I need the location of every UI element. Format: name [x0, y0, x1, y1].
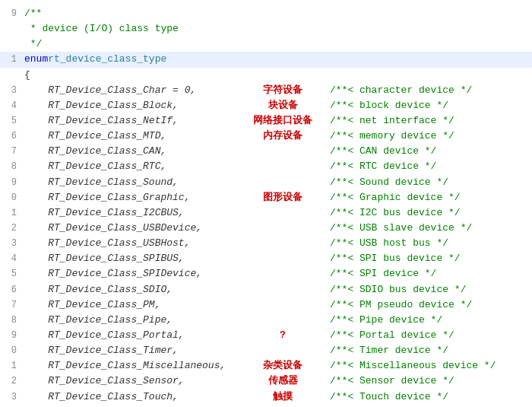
line-number: 5: [3, 267, 24, 281]
line-number: 1: [3, 206, 24, 221]
code-text: RT_Device_Class_Touch, 触摸 /**< Touch dev…: [24, 390, 529, 405]
code-line: 5 RT_Device_Class_NetIf, 网络接口设备 /**< net…: [0, 113, 532, 129]
code-text: RT_Device_Class_Graphic, 图形设备 /**< Graph…: [24, 190, 529, 205]
code-text: RT_Device_Class_NetIf, 网络接口设备 /**< net i…: [24, 113, 529, 129]
code-text: RT_Device_Class_PHY, /**< PHY device */: [24, 405, 529, 407]
code-text: RT_Device_Class_Sensor, 传感器 /**< Sensor …: [24, 374, 529, 389]
code-text: RT_Device_Class_SPIBUS, /**< SPI bus dev…: [24, 251, 529, 266]
code-text: RT_Device_Class_MTD, 内存设备 /**< memory de…: [24, 129, 529, 144]
code-line: 0 RT_Device_Class_Graphic, 图形设备 /**< Gra…: [0, 190, 532, 205]
code-line: 8 RT_Device_Class_Pipe, /**< Pipe device…: [0, 313, 532, 328]
code-text: RT_Device_Class_RTC, /**< RTC device */: [24, 159, 529, 174]
line-number: 3: [3, 84, 24, 98]
code-line: 6 RT_Device_Class_MTD, 内存设备 /**< memory …: [0, 129, 532, 144]
code-text: * device (I/O) class type: [24, 21, 529, 37]
line-number: 9: [3, 329, 24, 343]
code-line: 4 RT_Device_Class_SPIBUS, /**< SPI bus d…: [0, 251, 532, 266]
line-number: 3: [3, 237, 24, 251]
line-number: 2: [3, 374, 24, 389]
code-text: RT_Device_Class_SPIDevice, /**< SPI devi…: [24, 266, 529, 281]
line-number: 3: [3, 390, 24, 405]
code-line: 9 /**: [0, 6, 532, 21]
code-line: 8 RT_Device_Class_RTC, /**< RTC device *…: [0, 159, 532, 174]
code-line: 3 RT_Device_Class_USBHost, /**< USB host…: [0, 236, 532, 251]
code-text: RT_Device_Class_SDIO, /**< SDIO bus devi…: [24, 282, 529, 297]
code-line: 3 RT_Device_Class_Char = 0, 字符设备 /**< ch…: [0, 83, 532, 98]
code-line: 6 RT_Device_Class_SDIO, /**< SDIO bus de…: [0, 282, 532, 297]
line-number: 7: [3, 145, 24, 159]
line-number: 8: [3, 313, 24, 328]
code-line: 2 RT_Device_Class_Sensor, 传感器 /**< Senso…: [0, 374, 532, 389]
code-text: RT_Device_Class_USBHost, /**< USB host b…: [24, 236, 529, 251]
code-line: 1 RT_Device_Class_I2CBUS, /**< I2C bus d…: [0, 205, 532, 221]
line-number: 9: [3, 7, 24, 21]
code-line: 3 RT_Device_Class_Touch, 触摸 /**< Touch d…: [0, 390, 532, 405]
line-number: 9: [3, 176, 24, 190]
code-text: RT_Device_Class_I2CBUS, /**< I2C bus dev…: [24, 205, 529, 221]
code-line: 1 RT_Device_Class_Miscellaneous, 杂类设备 /*…: [0, 358, 532, 374]
line-number: 0: [3, 344, 24, 358]
code-text: RT_Device_Class_USBDevice, /**< USB slav…: [24, 221, 529, 236]
line-number: 1: [3, 52, 24, 67]
code-line-enum-decl: 1 enum rt_device_class_type: [0, 52, 532, 67]
code-text: {: [24, 68, 529, 83]
code-text: RT_Device_Class_Char = 0, 字符设备 /**< char…: [24, 83, 529, 98]
code-line: 0 RT_Device_Class_Timer, /**< Timer devi…: [0, 343, 532, 358]
line-number: 1: [3, 359, 24, 374]
code-line: 9 RT_Device_Class_Portal, ? /**< Portal …: [0, 328, 532, 343]
code-line: {: [0, 68, 532, 83]
line-number: 6: [3, 283, 24, 297]
code-text: RT_Device_Class_CAN, /**< CAN device */: [24, 144, 529, 159]
code-text: /**: [24, 6, 529, 21]
code-line: 9 RT_Device_Class_Sound, /**< Sound devi…: [0, 175, 532, 190]
line-number: 8: [3, 160, 24, 174]
line-number: 6: [3, 129, 24, 144]
code-line: 5 RT_Device_Class_SPIDevice, /**< SPI de…: [0, 266, 532, 281]
code-line: 4 RT_Device_Class_Block, 块设备 /**< block …: [0, 98, 532, 113]
line-number: 7: [3, 298, 24, 313]
code-text: RT_Device_Class_Miscellaneous, 杂类设备 /**<…: [24, 358, 529, 374]
code-line: 7 RT_Device_Class_CAN, /**< CAN device *…: [0, 144, 532, 159]
code-line: * device (I/O) class type: [0, 21, 532, 37]
code-text: RT_Device_Class_Timer, /**< Timer device…: [24, 343, 529, 358]
code-text: RT_Device_Class_Block, 块设备 /**< block de…: [24, 98, 529, 113]
code-text: RT_Device_Class_Sound, /**< Sound device…: [24, 175, 529, 190]
code-line: 2 RT_Device_Class_USBDevice, /**< USB sl…: [0, 221, 532, 236]
code-line: 7 RT_Device_Class_PM, /**< PM pseudo dev…: [0, 297, 532, 313]
code-text: RT_Device_Class_Portal, ? /**< Portal de…: [24, 328, 529, 343]
code-text: enum rt_device_class_type: [24, 52, 529, 67]
line-number: 0: [3, 191, 24, 205]
code-text: RT_Device_Class_Pipe, /**< Pipe device *…: [24, 313, 529, 328]
code-text: */: [24, 37, 529, 52]
line-number: 4: [3, 99, 24, 113]
line-number: 2: [3, 221, 24, 236]
line-number: 4: [3, 252, 24, 266]
code-text: RT_Device_Class_PM, /**< PM pseudo devic…: [24, 297, 529, 313]
line-number: 5: [3, 114, 24, 129]
code-container: 9 /** * device (I/O) class type */ 1 enu…: [0, 0, 532, 407]
code-line: */: [0, 37, 532, 52]
code-line: 4 RT_Device_Class_PHY, /**< PHY device *…: [0, 405, 532, 407]
